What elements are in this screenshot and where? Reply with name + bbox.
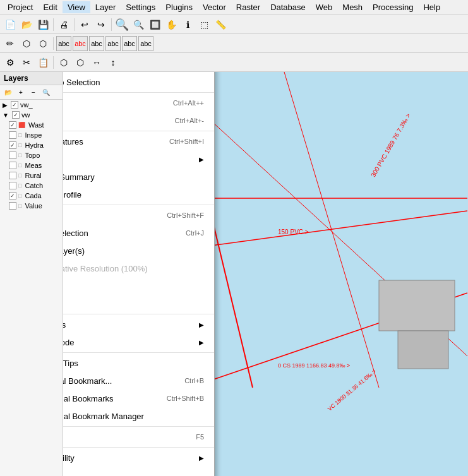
menu-decorations[interactable]: Decorations ▶ [63,316,214,333]
measure-arrow: ▶ [199,156,204,163]
menu-measure[interactable]: 📏 Measure ▶ [63,150,214,168]
open-button[interactable]: 📂 [19,17,34,32]
menu-mesh[interactable]: Mesh [337,1,368,13]
menu-settings[interactable]: Settings [121,1,160,13]
layer-cb-cada[interactable] [9,192,16,199]
menu-web[interactable]: Web [311,1,338,13]
toolbar-sep-1 [53,18,54,31]
map-area[interactable]: 300 PVC 1989 76 7.3‰ > 150 PVC > 0 CS 19… [63,72,468,476]
layer-cb-meas[interactable] [9,162,16,169]
menu-elevation-profile[interactable]: 📈 Elevation Profile [63,186,214,203]
layer-item-topo[interactable]: □ Topo [0,150,63,160]
pan-tb[interactable]: ✋ [164,17,179,32]
menu-show-spatial-bookmarks[interactable]: 🔖 Show Spatial Bookmarks Ctrl+Shift+B [63,390,214,407]
layer-cb-catch[interactable] [9,182,16,189]
layer-item-rural[interactable]: □ Rural [0,170,63,181]
layer-cb-hydra[interactable] [9,141,16,149]
adv-dig-3[interactable]: 📋 [35,55,51,70]
print-button[interactable]: 🖨 [56,17,71,32]
menu-decorations-label: Decorations [63,320,193,330]
toolbar-sep-5 [53,56,54,69]
layer-cb-vw-top[interactable] [11,101,18,109]
measure-tb[interactable]: 📏 [213,17,228,32]
layer-item-vw-mid[interactable]: ▼ vw [0,110,63,120]
menu-zoom-in[interactable]: 🔍 Zoom In Ctrl+Alt++ [63,94,214,112]
menu-statistical-summary[interactable]: Σ Statistical Summary [63,168,214,186]
filter-layer-btn[interactable]: 🔍 [40,86,52,98]
label5-tb[interactable]: abc [122,36,137,51]
add-layer-btn[interactable]: + [15,86,27,98]
menu-identify-features[interactable]: ℹ Identify Features Ctrl+Shift+I [63,133,214,150]
layer-item-meas[interactable]: □ Meas [0,160,63,170]
layer-item-cada[interactable]: □ Cada [0,191,63,201]
menu-raster[interactable]: Raster [231,1,265,13]
menu-show-spatial-bookmark-manager[interactable]: 🔖 Show Spatial Bookmark Manager [63,407,214,425]
adv-dig-7[interactable]: ↕ [105,55,121,70]
menu-zoom-next-label: Zoom Next [63,299,204,309]
layer-cb-topo[interactable] [9,152,16,159]
layer-label-meas: Meas [25,162,42,169]
layer-cb-wast[interactable] [9,121,16,129]
menu-processing[interactable]: Processing [368,1,418,13]
adv-dig-1[interactable]: ⚙ [3,55,18,70]
menu-view[interactable]: View [63,1,90,13]
undo-button[interactable]: ↩ [77,17,92,32]
layer-item-wast[interactable]: 🟥 Wast [0,120,63,130]
menu-layer-visibility[interactable]: Layer Visibility ▶ [63,449,214,467]
menu-help[interactable]: Help [418,1,445,13]
menu-zoom-full-label: Zoom Full [63,211,154,220]
adv-dig-4[interactable]: ⬡ [56,55,71,70]
node-tb[interactable]: ⬡ [35,36,51,51]
zoom-full-tb[interactable]: 🔲 [147,17,162,32]
layer-item-inspe[interactable]: □ Inspe [0,130,63,140]
menu-pan-map-selection[interactable]: ✋ Pan Map to Selection [63,73,214,91]
menu-layer-vis-label: Layer Visibility [63,453,193,463]
layer-cb-vw-mid[interactable] [12,111,20,119]
menu-project[interactable]: Project [3,1,38,13]
adv-dig-5[interactable]: ⬡ [73,55,88,70]
layer-cb-rural[interactable] [9,172,16,179]
adv-dig-2[interactable]: ✂ [19,55,34,70]
menu-zoom-last[interactable]: 🔲 Zoom Last [63,277,214,295]
menu-edit[interactable]: Edit [38,1,62,13]
layer-item-vw-top[interactable]: ▶ vw_ [0,100,63,110]
redo-button[interactable]: ↪ [93,17,109,32]
save-button[interactable]: 💾 [35,17,51,32]
label2-tb[interactable]: abc [73,36,88,51]
zoom-out-tb[interactable]: 🔍 [131,17,146,32]
menu-database[interactable]: Database [265,1,311,13]
layer-item-catch[interactable]: □ Catch [0,181,63,191]
select-tb[interactable]: ⬚ [196,17,212,32]
digitize-tb[interactable]: ⬡ [19,36,34,51]
menu-plugins[interactable]: Plugins [160,1,198,13]
remove-layer-btn[interactable]: − [28,86,39,98]
menu-zoom-out[interactable]: 🔍 Zoom Out Ctrl+Alt+- [63,112,214,129]
menu-refresh[interactable]: 🔄 Refresh F5 [63,428,214,446]
zoom-in-tb[interactable]: 🔍 [114,17,129,32]
menu-layer[interactable]: Layer [90,1,121,13]
open-layer-btn[interactable]: 📂 [3,86,14,98]
view-dropdown-menu: 🗺 New Map View Ctrl+M ▶ 3D Map Views ▶ ✋… [63,72,215,476]
label6-tb[interactable]: abc [138,36,153,51]
edit-tb[interactable]: ✏ [3,36,18,51]
menu-zoom-full[interactable]: 🔲 Zoom Full Ctrl+Shift+F [63,206,214,224]
menu-show-map-tips[interactable]: 💡 Show Map Tips [63,354,214,372]
menu-vector[interactable]: Vector [198,1,231,13]
layer-cb-value[interactable] [9,202,16,210]
toolbar-row-1: 📄 📂 💾 🖨 ↩ ↪ 🔍 🔍 🔲 ✋ ℹ ⬚ 📏 [0,15,468,34]
label-tb[interactable]: abc [56,36,71,51]
layer-cb-inspe[interactable] [9,131,16,139]
layer-item-value[interactable]: □ Value [0,201,63,211]
layer-item-hydra[interactable]: □ Hydra [0,140,63,150]
menu-zoom-selection[interactable]: 🔲 Zoom to Selection Ctrl+J [63,224,214,242]
menu-new-spatial-bookmark[interactable]: 🔖 New Spatial Bookmark... Ctrl+B [63,372,214,390]
identify-tb[interactable]: ℹ [180,17,195,32]
label4-tb[interactable]: abc [105,36,121,51]
menu-preview-mode[interactable]: Preview Mode ▶ [63,333,214,351]
layer-label-inspe: Inspe [25,131,42,139]
new-button[interactable]: 📄 [3,17,18,32]
menu-zoom-layer[interactable]: 🔲 Zoom to Layer(s) [63,242,214,259]
adv-dig-6[interactable]: ↔ [89,55,104,70]
label3-tb[interactable]: abc [89,36,104,51]
menu-panels[interactable]: Panels [63,467,214,476]
